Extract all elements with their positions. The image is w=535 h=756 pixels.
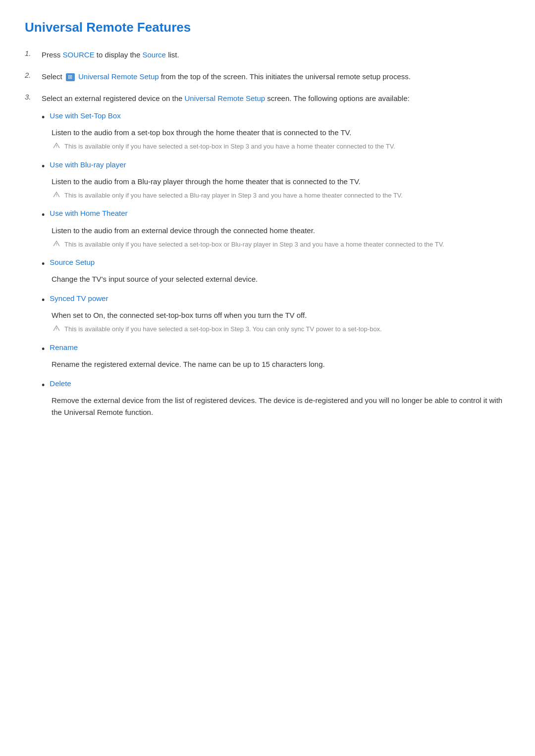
option-blu-ray-note: This is available only if you have selec… xyxy=(53,191,510,201)
option-source-setup-row: • Source Setup xyxy=(42,258,510,270)
option-home-theater-note: This is available only if you have selec… xyxy=(53,240,510,250)
svg-point-3 xyxy=(56,196,57,197)
bullet-dot-6: • xyxy=(42,343,45,355)
option-synced-tv-power-desc: When set to On, the connected set-top-bo… xyxy=(52,309,510,321)
note-icon-2 xyxy=(53,191,60,199)
option-blu-ray-title: Use with Blu-ray player xyxy=(50,160,126,169)
step-2-text: Select Universal Remote Setup from the t… xyxy=(42,71,510,83)
option-home-theater: • Use with Home Theater Listen to the au… xyxy=(42,209,510,249)
note-icon-3 xyxy=(53,240,60,248)
source-list-link: Source xyxy=(142,50,166,59)
step-3-text: Select an external registered device on … xyxy=(42,93,510,104)
option-delete-body: Remove the external device from the list… xyxy=(52,395,510,418)
option-set-top-box-note-text: This is available only if you have selec… xyxy=(64,142,395,151)
step-1-number: 1. xyxy=(25,49,36,57)
option-synced-tv-power: • Synced TV power When set to On, the co… xyxy=(42,294,510,334)
option-blu-ray: • Use with Blu-ray player Listen to the … xyxy=(42,160,510,201)
step-2: 2. Select Universal Remote Setup from th… xyxy=(25,71,510,83)
option-synced-tv-power-note-text: This is available only if you have selec… xyxy=(64,324,382,334)
option-set-top-box-title: Use with Set-Top Box xyxy=(50,111,120,120)
bullet-dot-1: • xyxy=(42,111,45,124)
step-3-content: Select an external registered device on … xyxy=(42,93,510,427)
option-synced-tv-power-body: When set to On, the connected set-top-bo… xyxy=(52,309,510,334)
universal-remote-setup-link-2: Universal Remote Setup xyxy=(185,94,266,102)
steps-list: 1. Press SOURCE to display the Source li… xyxy=(25,49,510,427)
bullet-dot-4: • xyxy=(42,258,45,270)
option-blu-ray-desc: Listen to the audio from a Blu-ray playe… xyxy=(52,176,510,188)
options-list: • Use with Set-Top Box Listen to the aud… xyxy=(42,111,510,418)
option-blu-ray-body: Listen to the audio from a Blu-ray playe… xyxy=(52,176,510,201)
option-synced-tv-power-row: • Synced TV power xyxy=(42,294,510,306)
option-home-theater-note-text: This is available only if you have selec… xyxy=(64,240,444,250)
universal-remote-setup-link: Universal Remote Setup xyxy=(78,72,159,81)
universal-remote-icon xyxy=(66,73,75,81)
option-rename-desc: Rename the registered external device. T… xyxy=(52,358,510,370)
option-set-top-box-note: This is available only if you have selec… xyxy=(53,142,510,151)
option-set-top-box: • Use with Set-Top Box Listen to the aud… xyxy=(42,111,510,151)
step-1-content: Press SOURCE to display the Source list. xyxy=(42,49,510,61)
step-3-number: 3. xyxy=(25,93,36,101)
bullet-dot-3: • xyxy=(42,209,45,221)
option-blu-ray-row: • Use with Blu-ray player xyxy=(42,160,510,173)
option-rename-body: Rename the registered external device. T… xyxy=(52,358,510,370)
option-source-setup-title: Source Setup xyxy=(50,258,95,266)
option-source-setup-body: Change the TV's input source of your sel… xyxy=(52,273,510,285)
option-set-top-box-desc: Listen to the audio from a set-top box t… xyxy=(52,127,510,139)
option-source-setup-desc: Change the TV's input source of your sel… xyxy=(52,273,510,285)
step-1: 1. Press SOURCE to display the Source li… xyxy=(25,49,510,61)
bullet-dot-7: • xyxy=(42,379,45,392)
option-source-setup: • Source Setup Change the TV's input sou… xyxy=(42,258,510,285)
source-keyword: SOURCE xyxy=(63,50,95,59)
svg-point-7 xyxy=(56,330,57,331)
option-delete-row: • Delete xyxy=(42,379,510,392)
option-home-theater-desc: Listen to the audio from an external dev… xyxy=(52,225,510,237)
step-1-text: Press SOURCE to display the Source list. xyxy=(42,49,510,61)
option-delete: • Delete Remove the external device from… xyxy=(42,379,510,418)
option-delete-desc: Remove the external device from the list… xyxy=(52,395,510,418)
svg-point-5 xyxy=(56,245,57,246)
step-2-number: 2. xyxy=(25,71,36,79)
option-home-theater-row: • Use with Home Theater xyxy=(42,209,510,221)
option-synced-tv-power-note: This is available only if you have selec… xyxy=(53,324,510,334)
bullet-dot-5: • xyxy=(42,294,45,306)
note-icon-1 xyxy=(53,142,60,150)
page-title: Universal Remote Features xyxy=(25,20,510,35)
option-rename: • Rename Rename the registered external … xyxy=(42,343,510,370)
option-home-theater-body: Listen to the audio from an external dev… xyxy=(52,225,510,250)
note-icon-4 xyxy=(53,325,60,333)
step-2-content: Select Universal Remote Setup from the t… xyxy=(42,71,510,83)
option-rename-title: Rename xyxy=(50,343,78,352)
option-home-theater-title: Use with Home Theater xyxy=(50,209,127,217)
option-delete-title: Delete xyxy=(50,379,71,388)
option-rename-row: • Rename xyxy=(42,343,510,355)
step-3: 3. Select an external registered device … xyxy=(25,93,510,427)
option-blu-ray-note-text: This is available only if you have selec… xyxy=(64,191,403,201)
option-set-top-box-body: Listen to the audio from a set-top box t… xyxy=(52,127,510,151)
option-set-top-box-row: • Use with Set-Top Box xyxy=(42,111,510,124)
svg-point-1 xyxy=(56,147,57,148)
bullet-dot-2: • xyxy=(42,160,45,173)
option-synced-tv-power-title: Synced TV power xyxy=(50,294,108,302)
